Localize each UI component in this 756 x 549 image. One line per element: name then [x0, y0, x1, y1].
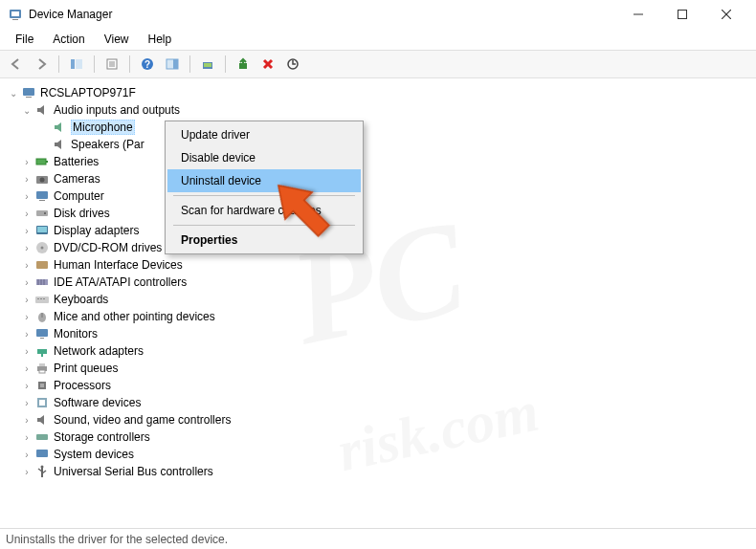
expander-right-icon[interactable]: ›	[21, 467, 33, 477]
expander-right-icon[interactable]: ›	[21, 174, 33, 185]
tree-category-mice[interactable]: › Mice and other pointing devices	[4, 308, 752, 325]
expander-right-icon[interactable]: ›	[21, 157, 33, 167]
expander-right-icon[interactable]: ›	[21, 191, 33, 202]
expander-right-icon[interactable]: ›	[21, 329, 33, 340]
tree-category-cameras[interactable]: › Cameras	[4, 170, 752, 187]
toolbar-separator	[58, 55, 59, 73]
close-button[interactable]	[704, 0, 748, 29]
expander-right-icon[interactable]: ›	[21, 346, 33, 357]
maximize-button[interactable]	[660, 0, 704, 29]
software-icon	[34, 395, 50, 410]
expander-right-icon[interactable]: ›	[21, 415, 33, 426]
tree-category-hid[interactable]: › Human Interface Devices	[4, 256, 752, 274]
expander-right-icon[interactable]: ›	[21, 226, 33, 236]
statusbar-text: Uninstalls the driver for the selected d…	[6, 533, 228, 546]
ctx-uninstall-device[interactable]: Uninstall device	[167, 169, 361, 192]
menu-action[interactable]: Action	[43, 31, 94, 48]
tree-device-microphone[interactable]: Microphone	[4, 119, 752, 136]
tree-label: Cameras	[54, 172, 100, 186]
svg-rect-23	[23, 88, 34, 96]
toolbar: ?	[0, 50, 756, 78]
svg-rect-31	[36, 210, 48, 216]
storage-icon	[34, 429, 50, 445]
svg-point-36	[41, 247, 44, 250]
speaker-icon	[34, 412, 50, 428]
show-hide-console-tree-button[interactable]	[66, 54, 87, 75]
svg-rect-50	[37, 349, 47, 354]
tree-root-node[interactable]: ⌄ RCSLAPTOP971F	[4, 84, 752, 101]
tree-category-storage[interactable]: › Storage controllers	[4, 428, 752, 446]
tree-category-computer[interactable]: › Computer	[4, 187, 752, 205]
tree-category-monitors[interactable]: › Monitors	[4, 325, 752, 342]
svg-rect-42	[35, 296, 49, 303]
device-tree[interactable]: ⌄ RCSLAPTOP971F ⌄ Audio inputs and outpu…	[0, 78, 756, 528]
tree-category-audio[interactable]: ⌄ Audio inputs and outputs	[4, 101, 752, 119]
speaker-icon	[52, 137, 67, 152]
svg-rect-45	[43, 298, 45, 299]
ctx-properties[interactable]: Properties	[167, 229, 361, 252]
svg-point-28	[40, 178, 45, 183]
expander-right-icon[interactable]: ›	[21, 295, 33, 305]
ctx-scan-hardware[interactable]: Scan for hardware changes	[167, 199, 361, 222]
tree-label: Human Interface Devices	[54, 258, 183, 272]
expander-right-icon[interactable]: ›	[21, 381, 33, 391]
tree-label: Storage controllers	[54, 430, 150, 444]
action-pane-button[interactable]	[162, 54, 183, 75]
expander-right-icon[interactable]: ›	[21, 277, 33, 288]
tree-category-batteries[interactable]: › Batteries	[4, 153, 752, 170]
ctx-disable-device[interactable]: Disable device	[167, 146, 361, 169]
menu-view[interactable]: View	[95, 31, 139, 48]
display-icon	[34, 223, 50, 238]
expander-right-icon[interactable]: ›	[21, 398, 33, 408]
expander-right-icon[interactable]: ›	[21, 450, 33, 460]
enable-device-button[interactable]	[233, 54, 254, 75]
help-button[interactable]: ?	[137, 54, 158, 75]
expander-right-icon[interactable]: ›	[21, 312, 33, 322]
tree-category-network[interactable]: › Network adapters	[4, 342, 752, 360]
tree-category-usb[interactable]: › Universal Serial Bus controllers	[4, 463, 752, 480]
expander-down-icon[interactable]: ⌄	[8, 88, 19, 99]
ctx-separator	[173, 225, 355, 226]
context-menu: Update driver Disable device Uninstall d…	[165, 121, 364, 254]
uninstall-device-button[interactable]	[257, 54, 278, 75]
tree-category-keyboards[interactable]: › Keyboards	[4, 291, 752, 308]
speaker-icon	[34, 102, 50, 118]
tree-category-dvd[interactable]: › DVD/CD-ROM drives	[4, 239, 752, 256]
tree-category-processors[interactable]: › Processors	[4, 377, 752, 394]
expander-right-icon[interactable]: ›	[21, 432, 33, 443]
tree-category-print-queues[interactable]: › Print queues	[4, 360, 752, 377]
network-icon	[34, 343, 50, 359]
tree-category-sound[interactable]: › Sound, video and game controllers	[4, 411, 752, 428]
expander-right-icon[interactable]: ›	[21, 363, 33, 374]
menu-help[interactable]: Help	[139, 31, 182, 48]
keyboard-icon	[34, 292, 50, 307]
tree-category-display-adapters[interactable]: › Display adapters	[4, 222, 752, 239]
tree-label: Batteries	[54, 155, 99, 168]
back-button[interactable]	[6, 54, 27, 75]
tree-category-software-devices[interactable]: › Software devices	[4, 394, 752, 411]
svg-rect-34	[37, 227, 47, 232]
tree-category-disk-drives[interactable]: › Disk drives	[4, 205, 752, 222]
svg-rect-26	[46, 161, 48, 163]
ctx-update-driver[interactable]: Update driver	[167, 123, 361, 146]
menu-file[interactable]: File	[6, 31, 43, 48]
svg-rect-18	[204, 63, 211, 67]
svg-rect-54	[39, 370, 45, 373]
tree-category-system-devices[interactable]: › System devices	[4, 446, 752, 463]
expander-down-icon[interactable]: ⌄	[21, 105, 33, 116]
mouse-icon	[34, 309, 50, 324]
scan-hardware-button[interactable]	[282, 54, 303, 75]
expander-right-icon[interactable]: ›	[21, 243, 33, 253]
tree-category-ide[interactable]: › IDE ATA/ATAPI controllers	[4, 274, 752, 291]
forward-button[interactable]	[31, 54, 52, 75]
minimize-button[interactable]	[616, 0, 660, 29]
expander-right-icon[interactable]: ›	[21, 260, 33, 271]
statusbar: Uninstalls the driver for the selected d…	[0, 528, 756, 549]
svg-rect-43	[37, 298, 39, 299]
svg-rect-49	[40, 338, 44, 339]
properties-button[interactable]	[101, 54, 122, 75]
update-driver-button[interactable]	[197, 54, 218, 75]
tree-device-speakers[interactable]: Speakers (Par	[4, 136, 752, 153]
printer-icon	[34, 361, 50, 376]
expander-right-icon[interactable]: ›	[21, 209, 33, 219]
